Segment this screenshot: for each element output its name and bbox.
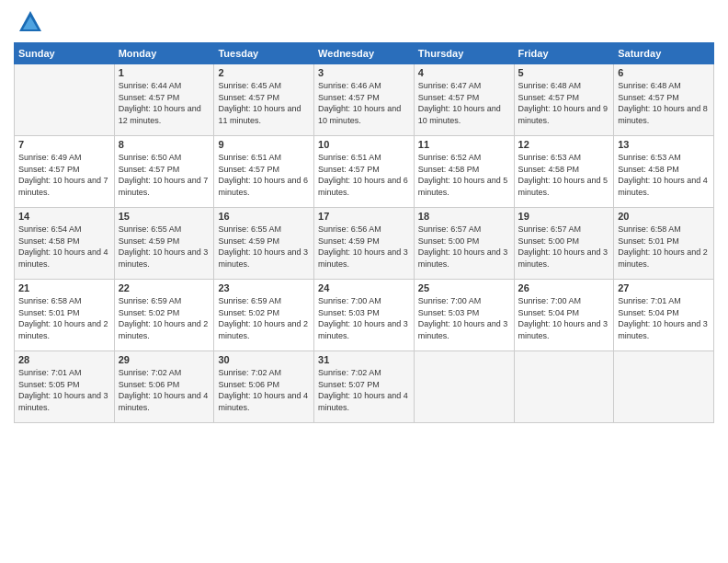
day-cell: 1Sunrise: 6:44 AMSunset: 4:57 PMDaylight…: [114, 64, 214, 136]
week-row: 7Sunrise: 6:49 AMSunset: 4:57 PMDaylight…: [15, 136, 714, 208]
sunset: Sunset: 4:58 PM: [518, 165, 580, 174]
sunset: Sunset: 4:57 PM: [218, 165, 279, 174]
sunset: Sunset: 4:59 PM: [218, 236, 279, 246]
day-number: 26: [518, 282, 610, 293]
cell-info: Sunrise: 6:59 AMSunset: 5:02 PMDaylight:…: [119, 295, 210, 341]
sunset: Sunset: 4:57 PM: [119, 165, 180, 174]
day-cell: 6Sunrise: 6:48 AMSunset: 4:57 PMDaylight…: [614, 64, 714, 136]
sunrise: Sunrise: 6:55 AM: [119, 224, 182, 234]
daylight: Daylight: 10 hours and 3 minutes.: [318, 319, 408, 340]
sunrise: Sunrise: 6:48 AM: [618, 81, 681, 90]
day-cell: [15, 64, 115, 136]
day-cell: 7Sunrise: 6:49 AMSunset: 4:57 PMDaylight…: [15, 136, 115, 208]
sunrise: Sunrise: 6:51 AM: [318, 153, 381, 162]
cell-info: Sunrise: 6:58 AMSunset: 5:01 PMDaylight:…: [618, 224, 710, 270]
day-number: 7: [18, 139, 110, 150]
day-number: 22: [119, 282, 210, 293]
sunrise: Sunrise: 6:49 AM: [18, 153, 82, 162]
cell-info: Sunrise: 6:49 AMSunset: 4:57 PMDaylight:…: [18, 152, 110, 198]
daylight: Daylight: 10 hours and 4 minutes.: [119, 391, 209, 412]
sunset: Sunset: 5:01 PM: [18, 308, 80, 317]
header-cell: Tuesday: [214, 43, 314, 64]
calendar-header: SundayMondayTuesdayWednesdayThursdayFrid…: [15, 43, 714, 64]
sunset: Sunset: 4:59 PM: [318, 236, 380, 246]
day-cell: [514, 351, 614, 423]
sunset: Sunset: 5:03 PM: [318, 308, 380, 317]
daylight: Daylight: 10 hours and 10 minutes.: [418, 104, 501, 125]
daylight: Daylight: 10 hours and 8 minutes.: [618, 104, 708, 125]
sunset: Sunset: 5:02 PM: [218, 308, 279, 317]
daylight: Daylight: 10 hours and 2 minutes.: [618, 247, 708, 269]
sunrise: Sunrise: 7:00 AM: [318, 296, 381, 305]
day-cell: 31Sunrise: 7:02 AMSunset: 5:07 PMDayligh…: [314, 351, 415, 423]
day-number: 24: [318, 282, 410, 293]
day-cell: 9Sunrise: 6:51 AMSunset: 4:57 PMDaylight…: [214, 136, 314, 208]
daylight: Daylight: 10 hours and 4 minutes.: [218, 391, 308, 412]
sunrise: Sunrise: 6:54 AM: [18, 224, 82, 234]
sunrise: Sunrise: 7:01 AM: [18, 368, 82, 377]
cell-info: Sunrise: 6:51 AMSunset: 4:57 PMDaylight:…: [318, 152, 410, 198]
cell-info: Sunrise: 6:44 AMSunset: 4:57 PMDaylight:…: [119, 80, 210, 126]
day-number: 18: [418, 211, 510, 222]
day-number: 2: [218, 67, 310, 78]
daylight: Daylight: 10 hours and 3 minutes.: [518, 247, 609, 269]
sunset: Sunset: 4:57 PM: [618, 93, 679, 102]
sunrise: Sunrise: 6:53 AM: [618, 153, 681, 162]
day-number: 14: [18, 211, 110, 222]
daylight: Daylight: 10 hours and 4 minutes.: [618, 176, 708, 197]
day-cell: 8Sunrise: 6:50 AMSunset: 4:57 PMDaylight…: [114, 136, 214, 208]
daylight: Daylight: 10 hours and 3 minutes.: [518, 319, 609, 340]
cell-info: Sunrise: 7:00 AMSunset: 5:03 PMDaylight:…: [318, 295, 410, 341]
sunset: Sunset: 4:57 PM: [518, 93, 580, 102]
cell-info: Sunrise: 6:51 AMSunset: 4:57 PMDaylight:…: [218, 152, 310, 198]
sunrise: Sunrise: 6:59 AM: [218, 296, 281, 305]
sunset: Sunset: 5:01 PM: [618, 236, 679, 246]
sunrise: Sunrise: 6:58 AM: [18, 296, 82, 305]
day-number: 16: [218, 211, 310, 222]
sunset: Sunset: 4:58 PM: [618, 165, 679, 174]
day-cell: 11Sunrise: 6:52 AMSunset: 4:58 PMDayligh…: [414, 136, 514, 208]
sunset: Sunset: 5:04 PM: [518, 308, 580, 317]
sunrise: Sunrise: 6:53 AM: [518, 153, 582, 162]
sunrise: Sunrise: 6:48 AM: [518, 81, 582, 90]
day-cell: 26Sunrise: 7:00 AMSunset: 5:04 PMDayligh…: [514, 280, 614, 351]
sunset: Sunset: 5:05 PM: [18, 380, 80, 389]
header-cell: Monday: [114, 43, 214, 64]
day-cell: 22Sunrise: 6:59 AMSunset: 5:02 PMDayligh…: [114, 280, 214, 351]
cell-info: Sunrise: 6:57 AMSunset: 5:00 PMDaylight:…: [518, 224, 610, 270]
logo-icon: [17, 9, 43, 35]
cell-info: Sunrise: 7:00 AMSunset: 5:04 PMDaylight:…: [518, 295, 610, 341]
header-row: SundayMondayTuesdayWednesdayThursdayFrid…: [15, 43, 714, 64]
sunset: Sunset: 5:07 PM: [318, 380, 380, 389]
calendar-page: SundayMondayTuesdayWednesdayThursdayFrid…: [0, 0, 728, 563]
week-row: 28Sunrise: 7:01 AMSunset: 5:05 PMDayligh…: [15, 351, 714, 423]
day-cell: [614, 351, 714, 423]
day-cell: 10Sunrise: 6:51 AMSunset: 4:57 PMDayligh…: [314, 136, 415, 208]
day-number: 27: [618, 282, 710, 293]
daylight: Daylight: 10 hours and 12 minutes.: [119, 104, 201, 125]
daylight: Daylight: 10 hours and 9 minutes.: [518, 104, 609, 125]
day-number: 29: [119, 354, 210, 365]
day-cell: 24Sunrise: 7:00 AMSunset: 5:03 PMDayligh…: [314, 280, 415, 351]
sunset: Sunset: 5:00 PM: [418, 236, 480, 246]
sunset: Sunset: 4:57 PM: [218, 93, 279, 102]
day-cell: 30Sunrise: 7:02 AMSunset: 5:06 PMDayligh…: [214, 351, 314, 423]
sunrise: Sunrise: 7:02 AM: [119, 368, 182, 377]
day-number: 12: [518, 139, 610, 150]
cell-info: Sunrise: 7:01 AMSunset: 5:04 PMDaylight:…: [618, 295, 710, 341]
day-cell: 17Sunrise: 6:56 AMSunset: 4:59 PMDayligh…: [314, 208, 415, 280]
cell-info: Sunrise: 6:46 AMSunset: 4:57 PMDaylight:…: [318, 80, 410, 126]
day-number: 31: [318, 354, 410, 365]
cell-info: Sunrise: 6:52 AMSunset: 4:58 PMDaylight:…: [418, 152, 510, 198]
cell-info: Sunrise: 6:47 AMSunset: 4:57 PMDaylight:…: [418, 80, 510, 126]
day-number: 19: [518, 211, 610, 222]
day-number: 20: [618, 211, 710, 222]
daylight: Daylight: 10 hours and 3 minutes.: [119, 247, 209, 269]
calendar-table: SundayMondayTuesdayWednesdayThursdayFrid…: [14, 42, 714, 423]
calendar-body: 1Sunrise: 6:44 AMSunset: 4:57 PMDaylight…: [15, 64, 714, 423]
sunset: Sunset: 4:57 PM: [318, 165, 380, 174]
sunset: Sunset: 4:58 PM: [18, 236, 80, 246]
header-cell: Friday: [514, 43, 614, 64]
day-cell: 14Sunrise: 6:54 AMSunset: 4:58 PMDayligh…: [15, 208, 115, 280]
sunrise: Sunrise: 6:57 AM: [418, 224, 482, 234]
